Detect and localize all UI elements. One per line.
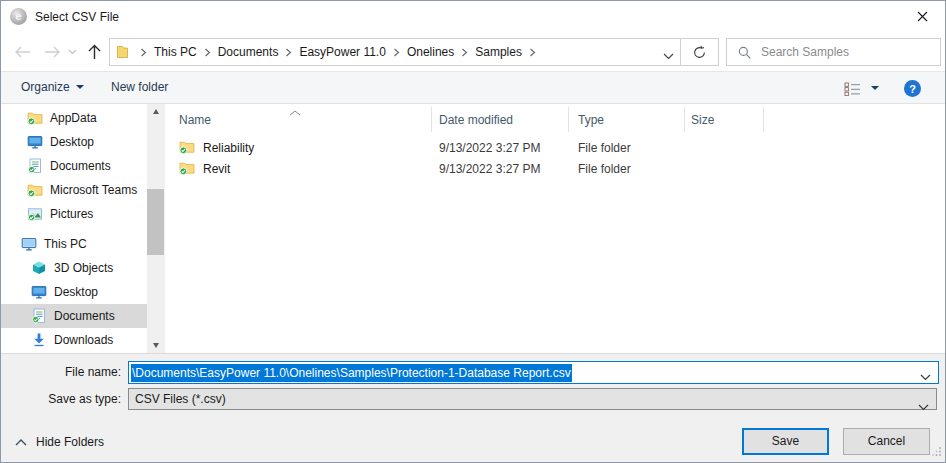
address-dropdown-button[interactable] [663,49,674,63]
sidebar-item-label: Documents [50,159,111,173]
file-name-dropdown-button[interactable] [920,370,931,384]
breadcrumb-chevron-icon[interactable] [391,48,402,57]
sidebar-item-label: Desktop [50,135,94,149]
column-divider[interactable] [431,107,432,132]
save-as-type-dropdown-button[interactable] [918,397,929,417]
sidebar-item-downloads[interactable]: Downloads [1,328,147,352]
breadcrumb-samples[interactable]: Samples [470,45,527,59]
recent-locations-button[interactable] [65,42,79,62]
sidebar-item-microsoft-teams[interactable]: Microsoft Teams [1,178,147,202]
download-arrow-icon [31,332,47,348]
document-sync-icon [31,308,47,324]
column-header-size[interactable]: Size [691,113,714,127]
save-as-type-label: Save as type: [21,392,121,406]
sidebar-item-label: Desktop [54,285,98,299]
file-name: Revit [203,162,230,176]
refresh-button[interactable] [680,38,719,66]
sidebar-item-documents-2[interactable]: Documents [1,304,147,328]
chevron-down-icon [871,86,879,90]
back-button[interactable] [11,42,33,62]
file-list-header: Name Date modified Type Size [165,104,945,134]
hide-folders-label: Hide Folders [36,435,104,449]
sidebar-item-desktop[interactable]: Desktop [1,130,147,154]
sidebar-item-label: Microsoft Teams [50,183,137,197]
file-name: Reliability [203,141,254,155]
search-box[interactable] [726,38,941,66]
file-row-reliability[interactable]: Reliability 9/13/2022 3:27 PM File folde… [165,137,945,158]
close-icon [917,11,928,22]
file-date-modified: 9/13/2022 3:27 PM [439,162,540,176]
change-view-button[interactable] [844,82,862,96]
save-dialog-window: e Select CSV File This PC [0,0,946,463]
breadcrumb-onelines[interactable]: Onelines [402,45,459,59]
address-bar[interactable]: This PC Documents EasyPower 11.0 Oneline… [109,38,683,66]
scrollbar-thumb[interactable] [147,189,164,255]
search-input[interactable] [759,44,923,60]
folder-sync-icon [179,139,195,155]
breadcrumb-this-pc[interactable]: This PC [149,45,202,59]
sort-ascending-icon [289,105,301,119]
document-sync-icon [27,158,43,174]
refresh-icon [692,45,707,60]
hide-folders-button[interactable]: Hide Folders [15,435,104,449]
new-folder-button[interactable]: New folder [111,80,168,94]
breadcrumb-chevron-icon[interactable] [527,48,538,57]
file-name-input[interactable]: \Documents\EasyPower 11.0\Onelines\Sampl… [128,361,939,384]
breadcrumb-easypower[interactable]: EasyPower 11.0 [294,45,391,59]
help-button[interactable]: ? [904,80,921,97]
folder-sync-icon [27,182,43,198]
sidebar-item-label: Documents [54,309,115,323]
triangle-down-icon [153,343,159,348]
sidebar-item-label: 3D Objects [54,261,113,275]
sidebar-scrollbar[interactable] [147,104,164,353]
file-list: Name Date modified Type Size Reliability… [165,104,945,353]
folder-icon [117,45,134,59]
sidebar-item-appdata[interactable]: AppData [1,106,147,130]
breadcrumb-chevron-icon[interactable] [202,48,213,57]
up-button[interactable] [83,42,105,62]
column-divider[interactable] [763,107,764,132]
breadcrumb-chevron-icon[interactable] [283,48,294,57]
breadcrumb-documents[interactable]: Documents [213,45,284,59]
chevron-down-icon [76,85,84,89]
organize-label: Organize [21,80,70,94]
column-header-type[interactable]: Type [578,113,604,127]
folder-sync-icon [27,110,43,126]
save-as-type-select[interactable]: CSV Files (*.csv) [128,388,937,410]
chevron-down-icon [663,53,674,60]
column-divider[interactable] [684,107,685,132]
sidebar-item-3d-objects[interactable]: 3D Objects [1,256,147,280]
search-icon [737,45,752,60]
forward-arrow-icon [44,45,61,59]
sidebar-item-pictures[interactable]: Pictures [1,202,147,226]
sidebar-item-this-pc[interactable]: This PC [1,232,147,256]
back-arrow-icon [14,45,31,59]
sidebar-item-label: Downloads [54,333,113,347]
sidebar-item-label: AppData [50,111,97,125]
cancel-button[interactable]: Cancel [843,428,930,455]
command-toolbar: Organize New folder ? [1,71,945,104]
save-as-type-value: CSV Files (*.csv) [135,392,226,406]
organize-button[interactable]: Organize [21,80,84,94]
file-name-label: File name: [21,365,121,379]
forward-button[interactable] [41,42,63,62]
column-header-date-modified[interactable]: Date modified [439,113,513,127]
column-divider[interactable] [568,107,569,132]
column-header-name[interactable]: Name [179,113,211,127]
file-row-revit[interactable]: Revit 9/13/2022 3:27 PM File folder [165,158,945,179]
sidebar-item-documents[interactable]: Documents [1,154,147,178]
computer-icon [21,236,37,252]
close-button[interactable] [900,1,945,32]
breadcrumb-chevron-icon[interactable] [459,48,470,57]
breadcrumb-chevron-icon[interactable] [138,48,149,57]
folder-sync-icon [179,160,195,176]
view-options-dropdown[interactable] [871,86,879,90]
scroll-up-button[interactable] [147,104,164,119]
save-button[interactable]: Save [742,428,829,455]
up-arrow-icon [87,44,102,60]
resize-grip[interactable] [932,445,942,459]
scroll-down-button[interactable] [147,338,164,353]
chevron-down-icon [918,404,929,411]
monitor-icon [27,134,43,150]
sidebar-item-desktop-2[interactable]: Desktop [1,280,147,304]
